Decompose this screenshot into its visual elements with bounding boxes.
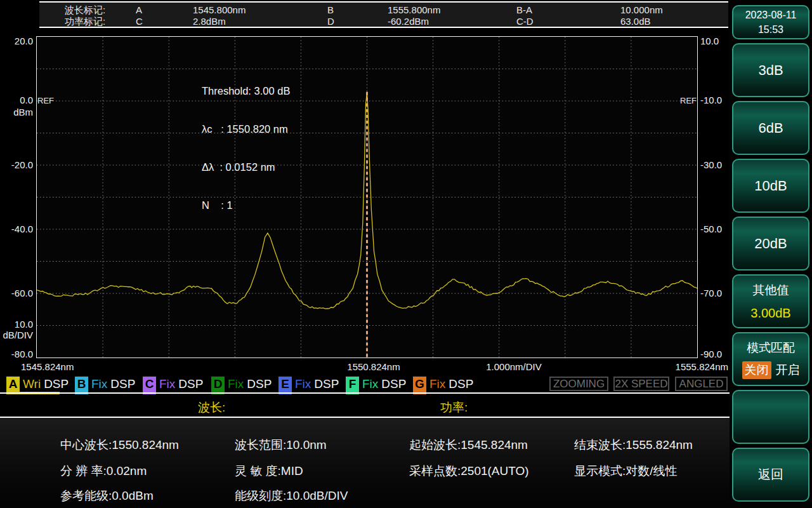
marker-ba-value: 10.000nm (620, 4, 663, 15)
trace-d-dsp: DSP (247, 377, 272, 391)
peak-analysis-annotation: Threshold: 3.00 dB λc : 1550.820 nm Δλ :… (202, 59, 290, 237)
right-tick-m10: -10.0 (700, 95, 733, 105)
trace-d-swatch: D (211, 377, 225, 392)
date-text: 2023-08-11 (745, 8, 797, 22)
status-angled: ANGLED (675, 377, 728, 391)
mode-match-label: 模式匹配 (747, 340, 795, 356)
left-axis-unit: dBm (1, 107, 33, 117)
trace-label-e[interactable]: E Fix DSP (278, 375, 339, 394)
softkey-other-value[interactable]: 其他值 3.00dB (732, 274, 809, 328)
osa-screen: 波长标记: A 1545.800nm B 1555.800nm B-A 10.0… (0, 0, 812, 508)
reference-level: 参考能级:0.0dBm (60, 488, 154, 504)
trace-c-dsp: DSP (178, 377, 203, 391)
softkey-mode-match[interactable]: 模式匹配 关闭 开启 (732, 332, 809, 386)
stop-wavelength: 结束波长:1555.824nm (574, 437, 693, 453)
left-tick-m80: -80.0 (1, 349, 33, 359)
softkey-empty (732, 390, 809, 444)
trace-g-dsp: DSP (449, 377, 473, 391)
right-tick-m90: -90.0 (700, 349, 733, 359)
trace-label-a[interactable]: A Wri DSP (6, 375, 69, 394)
annotation-peak-count: N : 1 (202, 199, 290, 211)
annotation-delta-lambda: Δλ : 0.0152 nm (202, 161, 290, 173)
left-tick-m20: -20.0 (1, 159, 33, 170)
status-2x-speed: 2X SPEED (613, 377, 669, 391)
left-tick-m60: -60.0 (1, 288, 33, 298)
trace-label-d[interactable]: D Fix DSP (211, 375, 272, 394)
other-value-amount: 3.00dB (750, 306, 790, 321)
right-tick-m70: -70.0 (700, 288, 733, 298)
left-tick-m40: -40.0 (1, 224, 33, 234)
ref-label-right: REF (678, 96, 697, 105)
trace-label-f[interactable]: F Fix DSP (346, 375, 406, 394)
trace-g-mode: Fix (429, 377, 445, 391)
marker-readout-bar: 波长标记: A 1545.800nm B 1555.800nm B-A 10.0… (39, 1, 728, 28)
mode-off-option[interactable]: 关闭 (742, 361, 771, 379)
power-marker-label: 功率标记: (65, 16, 105, 28)
left-tick-20: 20.0 (1, 36, 33, 46)
marker-ba-name: B-A (516, 4, 532, 15)
trace-label-b[interactable]: B Fix DSP (75, 375, 135, 394)
left-tick-0: 0.0 (1, 95, 33, 105)
softkey-10db[interactable]: 10dB (732, 159, 809, 213)
wavelength-marker-label: 波长标记: (65, 4, 105, 17)
x-center-label: 1550.824nm (341, 361, 406, 372)
level-scale: 能级刻度:10.0dB/DIV (235, 488, 348, 504)
right-tick-m50: -50.0 (700, 224, 733, 234)
trace-a-swatch: A (6, 377, 20, 392)
softkey-6db[interactable]: 6dB (732, 101, 809, 155)
scale-per-div-unit: dB/DIV (1, 330, 33, 340)
trace-b-swatch: B (75, 377, 88, 392)
trace-c-mode: Fix (159, 377, 175, 391)
softkey-3db[interactable]: 3dB (732, 43, 809, 97)
sample-points: 采样点数:2501(AUTO) (409, 463, 529, 479)
scale-per-div-value: 10.0 (1, 319, 33, 330)
mode-on-option[interactable]: 开启 (776, 362, 800, 378)
annotation-lambda-c: λc : 1550.820 nm (202, 123, 290, 135)
trace-g-swatch: G (413, 377, 426, 392)
power-section-header: 功率: (440, 399, 468, 416)
annotation-threshold: Threshold: 3.00 dB (202, 84, 290, 97)
marker-d-name: D (327, 16, 334, 27)
marker-a-name: A (136, 4, 142, 15)
trace-a-dsp: DSP (44, 377, 69, 391)
trace-label-g[interactable]: G Fix DSP (413, 375, 473, 394)
resolution: 分 辨 率:0.02nm (60, 463, 147, 479)
x-div-label: 1.000nm/DIV (481, 361, 547, 372)
trace-b-dsp: DSP (110, 377, 135, 391)
divider-top (0, 392, 730, 394)
x-start-label: 1545.824nm (21, 361, 74, 372)
datetime-button[interactable]: 2023-08-11 15:53 (732, 5, 809, 39)
trace-label-c[interactable]: C Fix DSP (143, 375, 203, 394)
trace-e-dsp: DSP (314, 377, 339, 391)
trace-b-mode: Fix (91, 377, 107, 391)
trace-f-mode: Fix (362, 377, 378, 391)
marker-b-name: B (327, 4, 334, 15)
trace-e-swatch: E (278, 377, 292, 392)
other-value-label: 其他值 (753, 282, 789, 298)
marker-a-value: 1545.800nm (193, 4, 246, 15)
spectrum-plot (36, 36, 698, 358)
status-zooming: ZOOMING (549, 377, 608, 391)
marker-c-name: C (136, 16, 143, 27)
wavelength-section-header: 波长: (198, 399, 225, 416)
marker-cd-name: C-D (516, 16, 534, 27)
marker-c-value: 2.8dBm (193, 16, 226, 27)
center-wavelength: 中心波长:1550.824nm (60, 437, 179, 453)
spectrum-trace-svg (37, 37, 697, 358)
softkey-20db[interactable]: 20dB (732, 217, 809, 271)
trace-e-mode: Fix (295, 377, 311, 391)
right-tick-m30: -30.0 (700, 159, 733, 170)
marker-b-value: 1555.800nm (388, 4, 440, 15)
sensitivity: 灵 敏 度:MID (235, 463, 303, 479)
back-button[interactable]: 返回 (732, 448, 809, 502)
trace-f-dsp: DSP (381, 377, 406, 391)
display-mode: 显示模式:对数/线性 (574, 463, 678, 479)
trace-d-mode: Fix (228, 377, 244, 391)
trace-a-mode: Wri (23, 377, 41, 391)
trace-c-swatch: C (143, 377, 156, 392)
trace-f-swatch: F (346, 377, 359, 392)
wavelength-span: 波长范围:10.0nm (235, 437, 327, 453)
softkey-sidebar: 2023-08-11 15:53 3dB 6dB 10dB 20dB 其他值 3… (730, 0, 812, 508)
marker-d-value: -60.2dBm (388, 16, 429, 27)
start-wavelength: 起始波长:1545.824nm (409, 437, 528, 453)
